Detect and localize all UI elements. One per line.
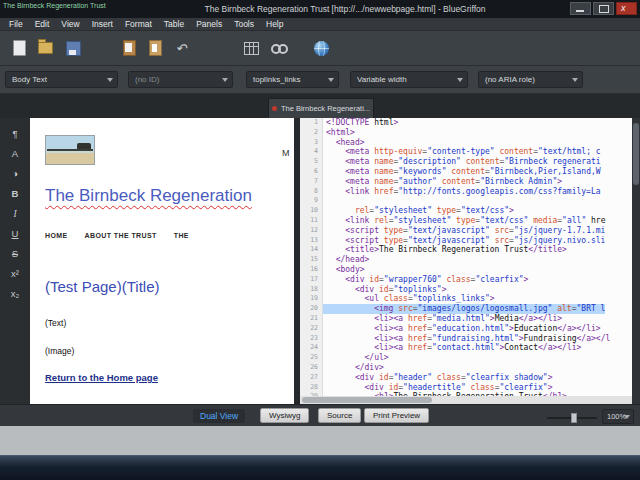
menu-help[interactable]: Help [260,19,289,29]
code-line[interactable]: 2<html> [300,128,632,138]
color-picker-button[interactable]: ◑ [5,166,25,181]
code-line[interactable]: 16 <body> [300,265,632,275]
link-icon[interactable] [268,37,290,59]
paragraph-format-dropdown[interactable]: Body Text [5,71,118,88]
site-logo-image[interactable] [45,135,95,165]
line-number: 28 [300,383,323,393]
chevron-down-icon [222,78,228,82]
menu-panels[interactable]: Panels [190,19,228,29]
code-line[interactable]: 25 </ul> [300,353,632,363]
menu-file[interactable]: File [3,19,29,29]
menu-view[interactable]: View [55,19,85,29]
zoom-level-dropdown[interactable]: 100% [602,409,634,424]
code-line[interactable]: 12 <script type="text/javascript" src="j… [300,226,632,236]
nav-item-home[interactable]: HOME [45,232,68,239]
text-placeholder[interactable]: (Text) [45,318,66,328]
element-id-dropdown[interactable]: (no ID) [128,71,233,88]
css-class-dropdown[interactable]: toplinks_links [246,71,339,88]
wysiwyg-pane[interactable]: M The Birnbeck Regeneration HOMEABOUT TH… [30,118,294,404]
code-line[interactable]: 21 <li><a href="media.html">Media</a></l… [300,314,632,324]
window-controls: x [570,2,637,15]
document-tab[interactable]: The Birnbeck Regenerati... [268,98,374,118]
code-line[interactable]: 4 <meta http-equiv="content-type" conten… [300,147,632,157]
code-line[interactable]: 3 <head> [300,138,632,148]
bold-button[interactable]: B [5,186,25,201]
line-number: 23 [300,334,323,344]
code-line[interactable]: 20 <img src="images/logos/logosmall.jpg"… [300,304,632,314]
line-number: 3 [300,138,323,148]
code-line[interactable]: 19 <ul class="toplinks_links"> [300,294,632,304]
superscript-button[interactable]: x² [5,266,25,281]
line-number: 4 [300,147,323,157]
subscript-button[interactable]: x₂ [5,286,25,301]
code-line[interactable]: 5 <meta name="description" content="Birn… [300,157,632,167]
source-horizontal-scrollbar[interactable] [300,396,632,404]
minimize-button[interactable] [570,2,591,15]
code-line[interactable]: 13 <script type="text/javascript" src="j… [300,236,632,246]
scrollbar-thumb[interactable] [633,123,639,185]
code-line[interactable]: 11 <link rel="stylesheet" type="text/css… [300,216,632,226]
test-page-heading[interactable]: (Test Page)(Title) [45,278,159,295]
undo-icon[interactable] [170,37,192,59]
code-line[interactable]: 9 [300,196,632,206]
chevron-down-icon [328,78,334,82]
nav-item-about-the-trust[interactable]: ABOUT THE TRUST [85,232,157,239]
image-placeholder[interactable]: (Image) [45,346,74,356]
wysiwyg-view-button[interactable]: Wysiwyg [260,408,309,423]
menu-table[interactable]: Table [158,19,190,29]
italic-button[interactable]: I [5,206,25,221]
nav-item-the[interactable]: THE [174,232,189,239]
code-line[interactable]: 10 rel="stylesheet" type="text/css"> [300,206,632,216]
width-dropdown[interactable]: Variable width [350,71,468,88]
zoom-slider-thumb[interactable] [571,413,577,423]
open-document-icon[interactable] [34,37,56,59]
code-line[interactable]: 6 <meta name="keywords" content="Birnbec… [300,167,632,177]
undo-icon [176,39,187,57]
menu-tools[interactable]: Tools [228,19,260,29]
taskbar: 17:54 24/12/2017 [0,455,640,480]
code-line[interactable]: 17 <div id="wrapper760" class="clearfix"… [300,275,632,285]
close-button[interactable]: x [616,2,637,15]
strikethrough-button[interactable]: S [5,246,25,261]
paste-icon[interactable] [144,37,166,59]
dual-view-button[interactable]: Dual View [193,409,245,423]
code-line[interactable]: 26 </div> [300,363,632,373]
maximize-button[interactable] [593,2,614,15]
page-title[interactable]: The Birnbeck Regeneration [45,186,252,206]
toplinks-partial-text[interactable]: M [282,148,290,158]
line-number: 22 [300,324,323,334]
code-line[interactable]: 28 <div id="headertitle" class="clearfix… [300,383,632,393]
print-preview-button[interactable]: Print Preview [364,408,429,423]
font-family-button[interactable]: A [5,146,25,161]
code-line[interactable]: 24 <li><a href="contact.html">Contact</a… [300,343,632,353]
code-line[interactable]: 14 <title>The Birnbeck Regeneration Trus… [300,245,632,255]
menu-format[interactable]: Format [119,19,158,29]
zoom-slider[interactable] [547,417,597,419]
source-code: 1<!DOCTYPE html>2<html>3 <head>4 <meta h… [300,118,632,402]
code-line[interactable]: 22 <li><a href="education.html">Educatio… [300,324,632,334]
aria-role-dropdown[interactable]: (no ARIA role) [478,71,583,88]
underline-button[interactable]: U [5,226,25,241]
save-icon[interactable] [62,37,84,59]
code-line[interactable]: 8 <link href="http://fonts.googleapis.co… [300,187,632,197]
home-page-link[interactable]: Return to the Home page [45,372,158,383]
code-line[interactable]: 23 <li><a href="fundraising.html">Fundra… [300,334,632,344]
source-vertical-scrollbar[interactable] [632,118,640,404]
source-view-button[interactable]: Source [318,408,361,423]
clipboard-icon [123,40,136,56]
preview-globe-icon[interactable] [310,37,332,59]
code-line[interactable]: 7 <meta name="author" content="Birnbeck … [300,177,632,187]
menu-insert[interactable]: Insert [86,19,119,29]
new-document-icon[interactable] [8,37,30,59]
menu-edit[interactable]: Edit [29,19,56,29]
close-icon: x [621,3,626,14]
paragraph-mark-button[interactable]: ¶ [5,126,25,141]
scrollbar-thumb[interactable] [302,397,432,403]
code-line[interactable]: 27 <div id="header" class="clearfix shad… [300,373,632,383]
code-line[interactable]: 18 <div id="toplinks"> [300,285,632,295]
table-icon[interactable] [240,37,262,59]
source-pane[interactable]: 1<!DOCTYPE html>2<html>3 <head>4 <meta h… [300,118,632,404]
code-line[interactable]: 1<!DOCTYPE html> [300,118,632,128]
code-line[interactable]: 15 </head> [300,255,632,265]
clipboard-icon[interactable] [118,37,140,59]
